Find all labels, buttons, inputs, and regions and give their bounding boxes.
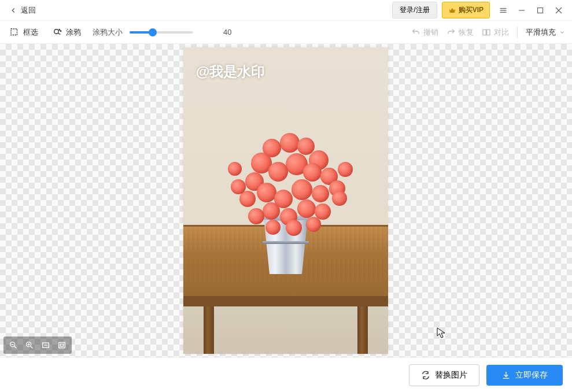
canvas-area[interactable]: @我是水印	[0, 44, 572, 357]
fill-mode-dropdown[interactable]: 平滑填充	[526, 27, 565, 38]
fill-mode-label: 平滑填充	[526, 27, 556, 38]
hamburger-icon	[499, 6, 508, 15]
vip-crown-icon	[448, 6, 456, 14]
undo-label: 撤销	[423, 27, 438, 38]
svg-rect-4	[538, 8, 543, 13]
box-select-tool[interactable]: 框选	[7, 25, 40, 40]
box-select-label: 框选	[23, 27, 38, 38]
svg-rect-11	[483, 29, 486, 35]
svg-point-10	[60, 31, 61, 32]
zoom-in-icon	[25, 341, 34, 350]
close-button[interactable]	[550, 2, 567, 19]
brush-tool[interactable]: 涂鸦	[50, 25, 83, 40]
compare-label: 对比	[494, 27, 509, 38]
close-icon	[555, 7, 562, 14]
brush-label: 涂鸦	[66, 27, 81, 38]
redo-button[interactable]: 恢复	[446, 27, 474, 38]
watermark-text: @我是水印	[196, 62, 265, 81]
replace-image-button[interactable]: 替换图片	[409, 364, 479, 386]
brush-icon	[52, 27, 62, 38]
svg-line-19	[31, 346, 32, 348]
buy-vip-button[interactable]: 购买VIP	[442, 2, 490, 19]
replace-icon	[421, 371, 430, 380]
replace-label: 替换图片	[435, 370, 467, 380]
zoom-in-button[interactable]	[22, 339, 37, 352]
svg-rect-23	[60, 344, 63, 346]
fit-screen-icon	[57, 341, 67, 350]
brush-size-label: 涂鸦大小	[93, 27, 123, 38]
fit-screen-button[interactable]	[54, 339, 69, 352]
zoom-out-button[interactable]	[6, 339, 21, 352]
redo-label: 恢复	[459, 27, 474, 38]
undo-icon	[411, 28, 420, 37]
edited-image[interactable]: @我是水印	[183, 47, 388, 354]
login-register-button[interactable]: 登录/注册	[392, 2, 437, 19]
arrow-left-icon	[9, 6, 17, 14]
brush-size-value: 40	[223, 28, 241, 36]
svg-point-8	[54, 29, 59, 34]
compare-button[interactable]: 对比	[482, 27, 509, 38]
box-select-icon	[9, 27, 20, 38]
svg-rect-22	[59, 342, 65, 347]
svg-rect-7	[11, 29, 17, 35]
minimize-icon	[518, 7, 525, 14]
download-icon	[501, 371, 511, 380]
maximize-icon	[537, 7, 544, 14]
zoom-out-icon	[9, 341, 18, 350]
vip-label: 购买VIP	[459, 5, 484, 15]
photo-flowers	[222, 127, 349, 231]
svg-rect-12	[487, 29, 490, 35]
save-label: 立即保存	[515, 370, 548, 380]
save-button[interactable]: 立即保存	[486, 365, 563, 386]
back-button[interactable]: 返回	[5, 3, 40, 18]
maximize-button[interactable]	[532, 2, 549, 19]
chevron-down-icon	[559, 29, 565, 35]
compare-icon	[482, 28, 491, 37]
minimize-button[interactable]	[513, 2, 530, 19]
back-label: 返回	[21, 5, 36, 16]
undo-button[interactable]: 撤销	[411, 27, 438, 38]
redo-icon	[446, 28, 456, 37]
fit-width-button[interactable]	[38, 339, 53, 352]
toolbar-divider	[517, 27, 518, 38]
zoom-controls	[3, 336, 72, 354]
brush-size-slider[interactable]	[130, 31, 193, 34]
slider-thumb[interactable]	[149, 28, 157, 36]
menu-button[interactable]	[494, 2, 512, 19]
fit-width-icon	[41, 341, 50, 350]
svg-line-15	[14, 346, 16, 348]
svg-point-9	[59, 29, 60, 30]
